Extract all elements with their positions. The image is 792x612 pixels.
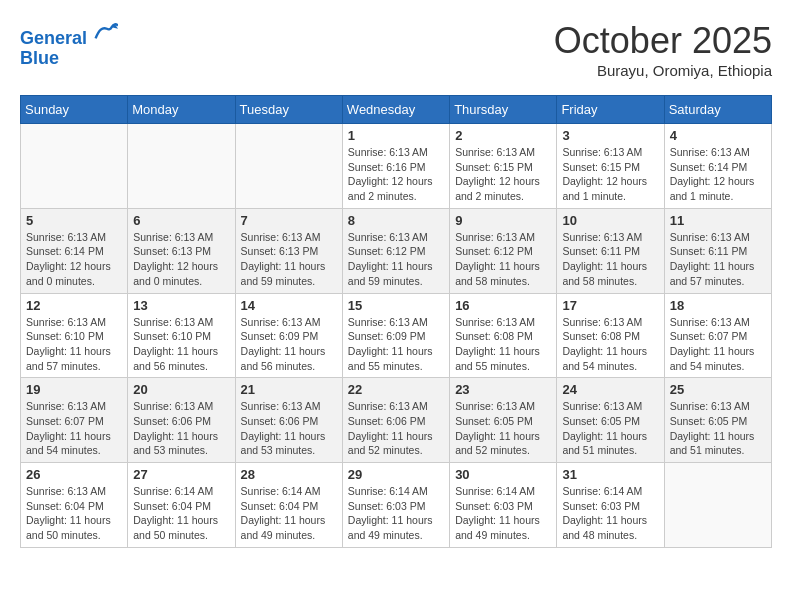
day-number: 20	[133, 382, 229, 397]
day-info: Sunrise: 6:14 AM Sunset: 6:03 PM Dayligh…	[348, 484, 444, 543]
day-info: Sunrise: 6:13 AM Sunset: 6:06 PM Dayligh…	[348, 399, 444, 458]
day-info: Sunrise: 6:13 AM Sunset: 6:08 PM Dayligh…	[455, 315, 551, 374]
day-number: 26	[26, 467, 122, 482]
day-info: Sunrise: 6:13 AM Sunset: 6:11 PM Dayligh…	[562, 230, 658, 289]
day-number: 12	[26, 298, 122, 313]
day-number: 10	[562, 213, 658, 228]
calendar-cell: 30Sunrise: 6:14 AM Sunset: 6:03 PM Dayli…	[450, 463, 557, 548]
day-number: 3	[562, 128, 658, 143]
header-monday: Monday	[128, 96, 235, 124]
calendar-cell: 20Sunrise: 6:13 AM Sunset: 6:06 PM Dayli…	[128, 378, 235, 463]
calendar-cell: 6Sunrise: 6:13 AM Sunset: 6:13 PM Daylig…	[128, 208, 235, 293]
day-info: Sunrise: 6:14 AM Sunset: 6:04 PM Dayligh…	[241, 484, 337, 543]
day-number: 7	[241, 213, 337, 228]
day-info: Sunrise: 6:13 AM Sunset: 6:13 PM Dayligh…	[241, 230, 337, 289]
calendar-week-row: 12Sunrise: 6:13 AM Sunset: 6:10 PM Dayli…	[21, 293, 772, 378]
day-info: Sunrise: 6:13 AM Sunset: 6:05 PM Dayligh…	[670, 399, 766, 458]
calendar-cell: 2Sunrise: 6:13 AM Sunset: 6:15 PM Daylig…	[450, 124, 557, 209]
calendar-cell: 8Sunrise: 6:13 AM Sunset: 6:12 PM Daylig…	[342, 208, 449, 293]
day-number: 4	[670, 128, 766, 143]
day-number: 18	[670, 298, 766, 313]
day-info: Sunrise: 6:13 AM Sunset: 6:07 PM Dayligh…	[670, 315, 766, 374]
logo-icon	[94, 20, 118, 44]
day-info: Sunrise: 6:13 AM Sunset: 6:09 PM Dayligh…	[241, 315, 337, 374]
day-info: Sunrise: 6:13 AM Sunset: 6:05 PM Dayligh…	[562, 399, 658, 458]
day-info: Sunrise: 6:13 AM Sunset: 6:05 PM Dayligh…	[455, 399, 551, 458]
calendar-cell: 14Sunrise: 6:13 AM Sunset: 6:09 PM Dayli…	[235, 293, 342, 378]
header-friday: Friday	[557, 96, 664, 124]
calendar-cell: 29Sunrise: 6:14 AM Sunset: 6:03 PM Dayli…	[342, 463, 449, 548]
day-number: 14	[241, 298, 337, 313]
calendar-cell: 1Sunrise: 6:13 AM Sunset: 6:16 PM Daylig…	[342, 124, 449, 209]
day-number: 11	[670, 213, 766, 228]
calendar-cell: 21Sunrise: 6:13 AM Sunset: 6:06 PM Dayli…	[235, 378, 342, 463]
day-number: 2	[455, 128, 551, 143]
day-info: Sunrise: 6:13 AM Sunset: 6:08 PM Dayligh…	[562, 315, 658, 374]
calendar-cell: 12Sunrise: 6:13 AM Sunset: 6:10 PM Dayli…	[21, 293, 128, 378]
day-number: 22	[348, 382, 444, 397]
calendar-cell: 22Sunrise: 6:13 AM Sunset: 6:06 PM Dayli…	[342, 378, 449, 463]
calendar-cell	[128, 124, 235, 209]
day-number: 15	[348, 298, 444, 313]
day-info: Sunrise: 6:13 AM Sunset: 6:12 PM Dayligh…	[348, 230, 444, 289]
calendar-cell: 11Sunrise: 6:13 AM Sunset: 6:11 PM Dayli…	[664, 208, 771, 293]
calendar-cell: 24Sunrise: 6:13 AM Sunset: 6:05 PM Dayli…	[557, 378, 664, 463]
day-info: Sunrise: 6:14 AM Sunset: 6:03 PM Dayligh…	[562, 484, 658, 543]
calendar-cell: 27Sunrise: 6:14 AM Sunset: 6:04 PM Dayli…	[128, 463, 235, 548]
calendar-week-row: 19Sunrise: 6:13 AM Sunset: 6:07 PM Dayli…	[21, 378, 772, 463]
day-number: 30	[455, 467, 551, 482]
day-info: Sunrise: 6:13 AM Sunset: 6:07 PM Dayligh…	[26, 399, 122, 458]
header-saturday: Saturday	[664, 96, 771, 124]
day-info: Sunrise: 6:13 AM Sunset: 6:10 PM Dayligh…	[133, 315, 229, 374]
calendar-cell: 26Sunrise: 6:13 AM Sunset: 6:04 PM Dayli…	[21, 463, 128, 548]
day-info: Sunrise: 6:13 AM Sunset: 6:16 PM Dayligh…	[348, 145, 444, 204]
calendar-cell: 13Sunrise: 6:13 AM Sunset: 6:10 PM Dayli…	[128, 293, 235, 378]
calendar-cell	[664, 463, 771, 548]
calendar-cell: 25Sunrise: 6:13 AM Sunset: 6:05 PM Dayli…	[664, 378, 771, 463]
calendar-cell	[235, 124, 342, 209]
logo-text: General	[20, 20, 118, 49]
logo: General Blue	[20, 20, 118, 69]
day-number: 24	[562, 382, 658, 397]
page-header: General Blue October 2025 Burayu, Oromiy…	[20, 20, 772, 79]
day-info: Sunrise: 6:14 AM Sunset: 6:04 PM Dayligh…	[133, 484, 229, 543]
day-info: Sunrise: 6:13 AM Sunset: 6:11 PM Dayligh…	[670, 230, 766, 289]
calendar-week-row: 26Sunrise: 6:13 AM Sunset: 6:04 PM Dayli…	[21, 463, 772, 548]
calendar-cell: 16Sunrise: 6:13 AM Sunset: 6:08 PM Dayli…	[450, 293, 557, 378]
header-sunday: Sunday	[21, 96, 128, 124]
day-number: 31	[562, 467, 658, 482]
header-tuesday: Tuesday	[235, 96, 342, 124]
day-number: 9	[455, 213, 551, 228]
calendar-cell: 9Sunrise: 6:13 AM Sunset: 6:12 PM Daylig…	[450, 208, 557, 293]
day-info: Sunrise: 6:13 AM Sunset: 6:13 PM Dayligh…	[133, 230, 229, 289]
calendar-week-row: 5Sunrise: 6:13 AM Sunset: 6:14 PM Daylig…	[21, 208, 772, 293]
calendar-cell: 5Sunrise: 6:13 AM Sunset: 6:14 PM Daylig…	[21, 208, 128, 293]
day-info: Sunrise: 6:14 AM Sunset: 6:03 PM Dayligh…	[455, 484, 551, 543]
day-info: Sunrise: 6:13 AM Sunset: 6:09 PM Dayligh…	[348, 315, 444, 374]
day-number: 16	[455, 298, 551, 313]
day-info: Sunrise: 6:13 AM Sunset: 6:15 PM Dayligh…	[455, 145, 551, 204]
day-number: 13	[133, 298, 229, 313]
day-number: 19	[26, 382, 122, 397]
day-number: 8	[348, 213, 444, 228]
subtitle: Burayu, Oromiya, Ethiopia	[554, 62, 772, 79]
calendar-header-row: SundayMondayTuesdayWednesdayThursdayFrid…	[21, 96, 772, 124]
calendar-cell: 10Sunrise: 6:13 AM Sunset: 6:11 PM Dayli…	[557, 208, 664, 293]
calendar-cell: 3Sunrise: 6:13 AM Sunset: 6:15 PM Daylig…	[557, 124, 664, 209]
day-number: 6	[133, 213, 229, 228]
logo-blue: Blue	[20, 49, 118, 69]
day-number: 17	[562, 298, 658, 313]
day-info: Sunrise: 6:13 AM Sunset: 6:14 PM Dayligh…	[670, 145, 766, 204]
header-wednesday: Wednesday	[342, 96, 449, 124]
calendar-cell: 31Sunrise: 6:14 AM Sunset: 6:03 PM Dayli…	[557, 463, 664, 548]
calendar-cell: 7Sunrise: 6:13 AM Sunset: 6:13 PM Daylig…	[235, 208, 342, 293]
day-number: 23	[455, 382, 551, 397]
day-number: 27	[133, 467, 229, 482]
calendar-cell: 15Sunrise: 6:13 AM Sunset: 6:09 PM Dayli…	[342, 293, 449, 378]
day-number: 1	[348, 128, 444, 143]
calendar-cell: 4Sunrise: 6:13 AM Sunset: 6:14 PM Daylig…	[664, 124, 771, 209]
calendar-week-row: 1Sunrise: 6:13 AM Sunset: 6:16 PM Daylig…	[21, 124, 772, 209]
calendar-cell	[21, 124, 128, 209]
day-info: Sunrise: 6:13 AM Sunset: 6:10 PM Dayligh…	[26, 315, 122, 374]
day-info: Sunrise: 6:13 AM Sunset: 6:14 PM Dayligh…	[26, 230, 122, 289]
